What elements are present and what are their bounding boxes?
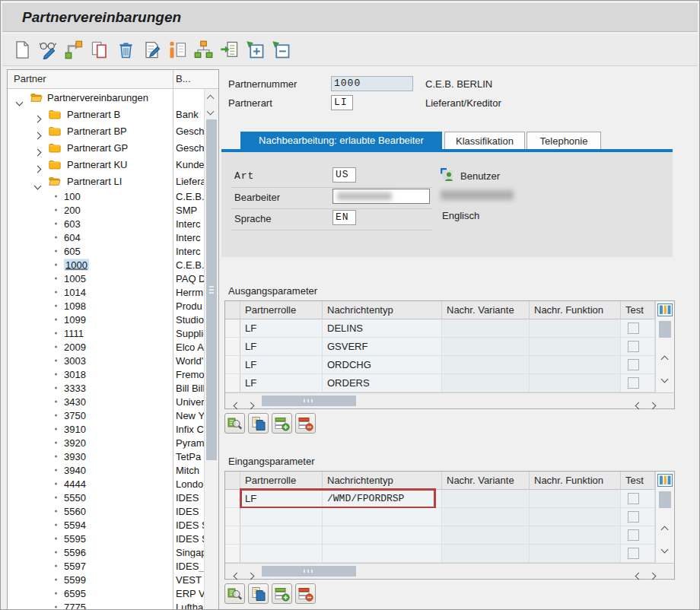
column-header[interactable]: Nachr. Variante [442, 472, 530, 490]
scroll-right-icon[interactable] [248, 398, 253, 411]
test-checkbox[interactable] [628, 493, 639, 504]
tree-item-label[interactable]: 1111 [64, 328, 84, 339]
tree-item-3750[interactable]: 3750New Y [8, 408, 218, 422]
test-checkbox[interactable] [628, 341, 639, 352]
table-row[interactable]: LFDELINS [225, 319, 655, 338]
row-selector[interactable] [225, 526, 240, 545]
collapse-all-button[interactable] [270, 38, 294, 62]
tree-folder-partnerart-bp[interactable]: Partnerart BPGesch [8, 122, 218, 139]
bearbeiter-field[interactable] [332, 189, 430, 204]
tree-item-200[interactable]: 200SMP [8, 203, 218, 217]
table-horizontal-scrollbar[interactable] [225, 563, 674, 579]
row-selector[interactable] [225, 374, 240, 392]
table-cell[interactable] [442, 319, 530, 338]
table-cell[interactable] [240, 508, 323, 526]
table-row[interactable] [225, 545, 655, 563]
table-cell[interactable]: LF [240, 338, 323, 356]
tree-folder-partnerart-ku[interactable]: Partnerart KUKunde [8, 156, 218, 173]
tree-item-label[interactable]: 7775 [64, 602, 86, 610]
tree-item-100[interactable]: 100C.E.B. [8, 189, 218, 203]
tree-item-label[interactable]: 200 [64, 205, 81, 216]
row-selector[interactable] [225, 338, 240, 356]
table-cell[interactable] [442, 490, 530, 508]
tree-item-label[interactable]: 1098 [64, 300, 86, 312]
tree-item-605[interactable]: 605Interc [8, 244, 218, 258]
tree-vertical-scrollbar[interactable] [204, 89, 218, 609]
tree-item-label[interactable]: 3920 [64, 437, 86, 449]
tree-item-3910[interactable]: 3910Infix C [8, 422, 218, 436]
insert-row-button[interactable] [272, 583, 292, 604]
tree-item-label[interactable]: 3333 [64, 383, 86, 394]
scroll-right-icon[interactable] [248, 568, 253, 582]
table-cell[interactable] [442, 374, 530, 392]
tree-item-label[interactable]: 604 [64, 232, 81, 243]
tree-item-label[interactable]: 3430 [64, 396, 86, 408]
test-checkbox[interactable] [628, 322, 639, 334]
vertical-scrollbar-thumb[interactable] [659, 321, 671, 338]
expand-all-button[interactable] [244, 38, 269, 62]
scroll-up-icon[interactable] [208, 94, 215, 100]
horizontal-scrollbar-thumb[interactable] [262, 396, 356, 406]
tree-item-label[interactable]: 3910 [64, 424, 86, 435]
column-header[interactable]: Nachr. Variante [442, 301, 530, 319]
assign-button[interactable] [218, 38, 243, 62]
table-cell[interactable] [442, 526, 530, 545]
tab-klassifikation[interactable]: Klassifikation [444, 132, 525, 149]
delete-button[interactable] [115, 38, 139, 62]
insert-row-button[interactable] [272, 413, 292, 434]
table-cell[interactable]: LF [240, 319, 323, 338]
tree-item-5560[interactable]: 5560IDES [8, 504, 218, 518]
copy-rows-button[interactable] [248, 413, 269, 434]
tree-item-3018[interactable]: 3018Fremo [8, 367, 218, 381]
column-header[interactable]: Test [621, 301, 655, 319]
create-button[interactable] [11, 38, 36, 62]
tree-item-5550[interactable]: 5550IDES [8, 491, 218, 504]
tree-item-1000[interactable]: 1000C.E.B. [8, 258, 218, 272]
row-selector[interactable] [225, 490, 240, 508]
tree-item-3430[interactable]: 3430Univer [8, 395, 218, 408]
tree-item-label[interactable]: 5599 [64, 574, 86, 586]
scroll-left-icon[interactable] [234, 568, 240, 582]
tree-item-2009[interactable]: 2009Elco A [8, 340, 218, 354]
table-cell[interactable] [530, 374, 621, 392]
column-header[interactable]: Partnerrolle [240, 301, 323, 319]
table-cell[interactable]: ORDERS [323, 374, 442, 392]
tree-item-label[interactable]: 1005 [64, 273, 86, 284]
tree-item-label[interactable]: 1000 [64, 259, 89, 271]
table-row[interactable]: LFGSVERF [225, 338, 655, 356]
delete-row-button[interactable] [295, 413, 316, 434]
tree-item-603[interactable]: 603Interc [8, 217, 218, 230]
copy-rows-button[interactable] [248, 583, 269, 604]
tree-item-604[interactable]: 604Interc [8, 230, 218, 244]
tree-folder-partnerart-li[interactable]: Partnerart LILiefera [8, 173, 218, 189]
tree-item-5595[interactable]: 5595IDES S [8, 532, 218, 545]
tree-item-3003[interactable]: 3003World' [8, 354, 218, 367]
tree-item-1098[interactable]: 1098Produ [8, 299, 218, 313]
tree-item-label[interactable]: Partnerart LI [67, 176, 122, 187]
tree-item-label[interactable]: 2009 [64, 342, 86, 353]
delete-row-button[interactable] [295, 583, 316, 604]
tree-item-label[interactable]: 5594 [64, 519, 86, 531]
tree-item-7775[interactable]: 7775Luftha [8, 600, 218, 609]
table-cell[interactable] [530, 545, 621, 563]
partner-type-field[interactable]: LI [331, 95, 353, 110]
tree-item-5594[interactable]: 5594IDES S [8, 518, 218, 532]
tree-item-1111[interactable]: 1111Supplie [8, 326, 218, 340]
tree-item-label[interactable]: 1014 [64, 287, 86, 298]
scroll-right-icon[interactable] [650, 398, 655, 411]
test-checkbox[interactable] [628, 511, 639, 523]
tree-item-5597[interactable]: 5597IDES_ [8, 559, 218, 573]
reassign-button[interactable] [63, 38, 88, 62]
tree-folder-partnerart-gp[interactable]: Partnerart GPGesch [8, 139, 218, 156]
tree-item-label[interactable]: Partnerart GP [67, 142, 128, 154]
column-header[interactable]: Partnerrolle [240, 472, 323, 490]
tree-scrollbar-thumb[interactable] [206, 119, 217, 460]
tree-item-6595[interactable]: 6595ERP V [8, 586, 218, 600]
scroll-up-icon[interactable] [662, 522, 667, 535]
tree-item-3930[interactable]: 3930TetPa [8, 450, 218, 463]
details-button[interactable] [224, 413, 245, 434]
table-cell[interactable] [530, 490, 621, 508]
scroll-down-icon[interactable] [208, 109, 215, 116]
tree-item-label[interactable]: 6595 [64, 588, 86, 599]
tree-item-3940[interactable]: 3940Mitch [8, 463, 218, 477]
